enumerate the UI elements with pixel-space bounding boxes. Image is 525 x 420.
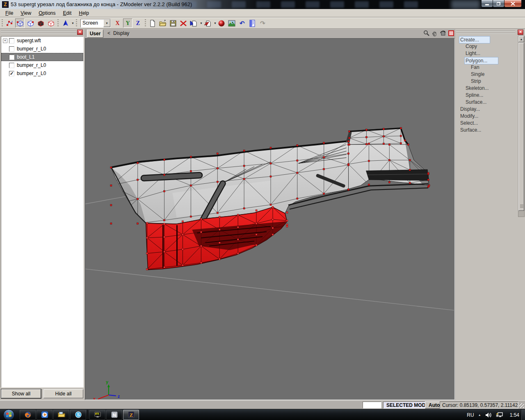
pan-tool-icon[interactable]	[431, 30, 438, 37]
viewport-view-tab[interactable]: User	[87, 30, 103, 38]
visibility-checkbox[interactable]	[9, 55, 14, 60]
hide-all-button[interactable]: Hide all	[43, 389, 83, 398]
vertex-mode-icon	[6, 20, 14, 27]
command-item-display[interactable]: Display...	[456, 106, 518, 113]
title-bar[interactable]: Z 53 supergt урезал лод багажника до кон…	[0, 0, 525, 9]
zoom-tool-icon[interactable]	[423, 30, 430, 37]
show-all-button[interactable]: Show all	[1, 389, 41, 398]
scrollbar-thumb[interactable]	[518, 43, 524, 211]
command-item-surface[interactable]: Surface...	[456, 99, 518, 106]
resize-grip[interactable]	[519, 403, 524, 408]
new-file-button[interactable]	[148, 18, 158, 28]
rotate-view-icon[interactable]	[440, 30, 446, 37]
scene-tree-list[interactable]: +supergt.wftbumper_r_L0boot_L1bumper_r_L…	[1, 36, 84, 388]
status-bar: SELECTED MODE Auto Cursor: 0.85139, 0.57…	[0, 400, 525, 409]
menu-view[interactable]: View	[17, 9, 35, 17]
toolbar-grip[interactable]	[75, 19, 78, 27]
tray-expand-arrow[interactable]: ▲	[478, 413, 481, 416]
axis-x-button[interactable]: X	[113, 18, 122, 28]
restore-button[interactable]	[493, 0, 504, 7]
menu-options[interactable]: Options	[35, 9, 59, 17]
texture-browser-button[interactable]	[227, 18, 237, 28]
undo-button[interactable]: ↶	[237, 18, 247, 28]
import-button[interactable]	[189, 18, 199, 28]
command-item-create[interactable]: Create...	[456, 36, 518, 43]
tree-row-bumper_r_L0[interactable]: bumper_r_L0	[1, 61, 83, 69]
viewport-maximize-button[interactable]	[448, 30, 454, 36]
scroll-up-arrow[interactable]: ▲	[518, 36, 524, 42]
texture-image-icon	[228, 20, 235, 27]
command-item-modify[interactable]: Modify...	[456, 113, 518, 120]
viewport-mode-label[interactable]: Display	[113, 30, 129, 36]
taskbar-app-skype[interactable]: S	[70, 410, 86, 420]
show-desktop-button[interactable]	[521, 409, 525, 420]
toolbar-grip[interactable]	[57, 19, 59, 27]
delete-button[interactable]	[179, 18, 188, 28]
gizmo-button[interactable]	[61, 18, 70, 28]
menu-file[interactable]: File	[2, 9, 17, 17]
tree-row-bumper_r_L0[interactable]: bumper_r_L0	[1, 45, 83, 53]
command-item-copy[interactable]: Copy	[456, 43, 518, 50]
face-mode-button[interactable]	[25, 18, 35, 28]
scene-tree-close-button[interactable]: ✕	[77, 30, 83, 35]
coords-space-combo[interactable]: Screen ▼	[80, 19, 111, 27]
start-button[interactable]	[3, 409, 14, 420]
command-item-light[interactable]: Light...	[456, 50, 518, 57]
combo-dropdown-button[interactable]: ▼	[103, 19, 110, 27]
toolbar-grip[interactable]	[1, 19, 4, 27]
clock[interactable]: 1:54	[510, 412, 519, 418]
export-button[interactable]	[203, 18, 212, 28]
object-mode-button[interactable]	[46, 18, 55, 28]
axis-y-button[interactable]: Y	[123, 18, 132, 28]
panel-drag-grip[interactable]	[456, 31, 515, 34]
minimize-button[interactable]	[481, 0, 493, 7]
visibility-checkbox[interactable]	[9, 63, 14, 68]
save-file-button[interactable]	[169, 18, 178, 28]
tree-expander[interactable]: +	[3, 39, 7, 43]
gizmo-dropdown-arrow[interactable]: ▼	[71, 22, 74, 25]
menu-help[interactable]: Help	[75, 9, 93, 17]
viewport-back-glyph[interactable]: <	[107, 30, 110, 36]
taskbar-app-firefox[interactable]	[20, 410, 36, 420]
command-item-strip[interactable]: Strip	[456, 78, 518, 85]
material-editor-button[interactable]	[217, 18, 226, 28]
tree-row-boot_L1[interactable]: boot_L1	[1, 53, 83, 61]
toolbar-grip[interactable]	[144, 19, 147, 27]
import-dropdown-arrow[interactable]: ▼	[200, 22, 203, 25]
taskbar-app-zmodeler[interactable]: Z	[123, 410, 139, 420]
taskbar-app-notepad[interactable]: N	[106, 410, 122, 420]
close-button[interactable]	[504, 0, 522, 7]
volume-icon[interactable]	[485, 412, 492, 418]
redo-button[interactable]: ↷	[258, 18, 267, 28]
command-item-spline[interactable]: Spline...	[456, 92, 518, 99]
command-item-select[interactable]: Select...	[456, 120, 518, 127]
visibility-checkbox[interactable]	[9, 46, 14, 52]
taskbar-app-media-player[interactable]	[37, 410, 52, 420]
axis-z-button[interactable]: Z	[133, 18, 143, 28]
open-file-button[interactable]	[158, 18, 168, 28]
command-item-skeleton[interactable]: Skeleton...	[456, 85, 518, 92]
command-item-polygon[interactable]: Polygon...	[456, 57, 518, 64]
taskbar-app-fps-counter[interactable]: 99	[89, 410, 105, 420]
poly-mode-button[interactable]	[36, 18, 45, 28]
export-dropdown-arrow[interactable]: ▼	[214, 22, 217, 25]
viewport-canvas[interactable]: yxz	[85, 38, 455, 400]
command-menu-scrollbar[interactable]: ▲	[518, 36, 525, 217]
menu-edit[interactable]: Edit	[59, 9, 75, 17]
edge-mode-button[interactable]	[15, 18, 25, 28]
log-button[interactable]	[248, 18, 257, 28]
vertex-mode-button[interactable]	[5, 18, 14, 28]
tree-row-bumper_r_L0[interactable]: ✓bumper_r_L0	[1, 69, 83, 78]
taskbar-app-explorer[interactable]	[53, 410, 69, 420]
command-item-single[interactable]: Single	[456, 71, 518, 78]
panel-drag-grip[interactable]	[1, 31, 76, 34]
tree-row-supergt.wft[interactable]: +supergt.wft	[1, 37, 83, 45]
visibility-checkbox[interactable]	[9, 38, 14, 43]
language-indicator[interactable]: RU	[467, 412, 474, 418]
command-panel-close-button[interactable]: ✕	[518, 30, 523, 35]
command-item-surface[interactable]: Surface...	[456, 127, 518, 134]
viewport-3d-scene[interactable]: yxz	[85, 39, 454, 399]
command-item-fan[interactable]: Fan	[456, 64, 518, 71]
network-icon[interactable]	[496, 412, 503, 418]
visibility-checkbox[interactable]: ✓	[9, 71, 14, 76]
